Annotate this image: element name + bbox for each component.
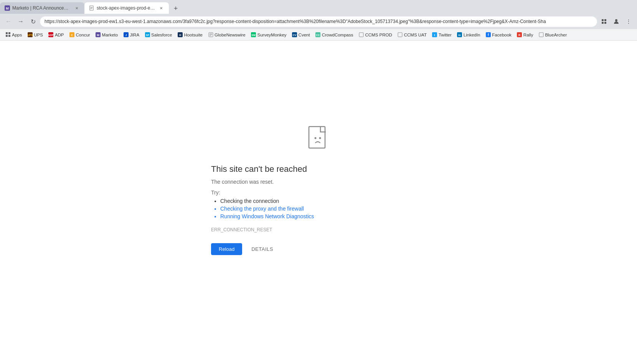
address-input[interactable]: [40, 16, 597, 27]
bookmark-jira-label: JIRA: [130, 33, 139, 37]
forward-button[interactable]: →: [15, 16, 26, 27]
extensions-button[interactable]: [599, 16, 609, 27]
bookmark-bluearcher[interactable]: BlueArcher: [536, 31, 569, 38]
svg-point-10: [615, 19, 617, 21]
bookmark-cvent[interactable]: CV Cvent: [290, 31, 312, 38]
svg-rect-49: [539, 33, 543, 37]
error-suggestions-list: Checking the connection Checking the pro…: [211, 198, 314, 221]
bookmark-globenewswire[interactable]: GlobeNewswire: [206, 31, 248, 38]
suggestion-run-diagnostics[interactable]: Running Windows Network Diagnostics: [220, 213, 314, 219]
marketo-bm-icon: M: [96, 32, 101, 38]
bookmark-linkedin-label: LinkedIn: [464, 33, 480, 37]
bookmark-marketo-label: Marketo: [102, 33, 118, 37]
browser-actions: ⋮: [599, 16, 634, 27]
ccmsuat-icon: [398, 32, 403, 38]
profile-button[interactable]: [611, 16, 622, 27]
bookmark-rally[interactable]: R Rally: [515, 31, 536, 38]
svg-text:M: M: [6, 7, 9, 10]
suggestion-check-connection: Checking the connection: [220, 198, 314, 204]
svg-rect-6: [602, 19, 604, 21]
new-tab-button[interactable]: +: [170, 3, 181, 14]
bookmark-surveymonkey-label: SurveyMonkey: [257, 33, 287, 37]
address-bar-row: ← → ↻ ⋮: [0, 14, 637, 29]
svg-rect-11: [6, 32, 8, 34]
tab-title-stock: stock-apex-images-prod-ew1.s3...: [97, 5, 156, 11]
suggestion-check-proxy[interactable]: Checking the proxy and the firewall: [220, 206, 314, 212]
svg-rect-9: [604, 22, 606, 24]
svg-text:H: H: [179, 34, 181, 36]
bookmark-surveymonkey[interactable]: SM SurveyMonkey: [249, 31, 289, 38]
tab-title-marketo: Marketo | RCA Announcement #...: [12, 5, 71, 11]
linkedin-icon: in: [457, 32, 462, 38]
bookmark-jira[interactable]: J JIRA: [121, 31, 142, 38]
svg-text:in: in: [459, 34, 461, 36]
tab-close-stock[interactable]: ✕: [158, 5, 164, 11]
page-content: This site can't be reached The connectio…: [0, 41, 637, 340]
reload-button[interactable]: Reload: [211, 243, 242, 255]
tab-marketo[interactable]: M Marketo | RCA Announcement #... ✕: [0, 2, 84, 14]
error-sad-icon: [307, 126, 330, 155]
svg-text:CC: CC: [316, 34, 320, 36]
bookmark-ups-label: UPS: [34, 33, 43, 37]
bookmark-salesforce-label: Salesforce: [151, 33, 172, 37]
svg-rect-39: [359, 33, 363, 37]
rally-icon: R: [517, 32, 522, 38]
svg-text:CV: CV: [293, 34, 297, 36]
svg-rect-50: [309, 127, 325, 148]
bookmark-ccmsuat-label: CCMS UAT: [404, 33, 427, 37]
bookmark-cvent-label: Cvent: [299, 33, 310, 37]
menu-button[interactable]: ⋮: [623, 16, 634, 27]
bookmark-crowdcompass-label: CrowdCompass: [322, 33, 353, 37]
bookmark-adp[interactable]: ADP ADP: [46, 31, 66, 38]
ccmsprod-icon: [358, 32, 364, 38]
hootsuite-icon: H: [177, 32, 183, 38]
bookmark-ccmsprod[interactable]: CCMS PROD: [356, 31, 394, 38]
adp-icon: ADP: [48, 32, 54, 38]
bookmark-crowdcompass[interactable]: CC CrowdCompass: [313, 31, 356, 38]
svg-rect-40: [398, 33, 402, 37]
bookmark-salesforce[interactable]: SF Salesforce: [142, 31, 174, 38]
tab-stock-apex[interactable]: stock-apex-images-prod-ew1.s3... ✕: [84, 2, 169, 14]
ups-icon: UPS: [27, 32, 33, 38]
bookmark-linkedin[interactable]: in LinkedIn: [455, 31, 482, 38]
tab-close-marketo[interactable]: ✕: [74, 5, 80, 11]
bookmark-bluearcher-label: BlueArcher: [545, 33, 567, 37]
error-code: ERR_CONNECTION_RESET: [211, 227, 272, 232]
error-description: The connection was reset.: [211, 179, 274, 185]
svg-text:M: M: [97, 33, 99, 37]
concur-icon: C: [69, 32, 75, 38]
bookmark-facebook[interactable]: f Facebook: [483, 31, 514, 38]
svg-rect-7: [604, 19, 606, 21]
error-panel: This site can't be reached The connectio…: [211, 126, 426, 255]
apps-icon: [5, 32, 11, 38]
tab-favicon-stock: [89, 5, 94, 11]
error-try-label: Try:: [211, 189, 220, 196]
bookmark-rally-label: Rally: [523, 33, 533, 37]
bookmarks-bar: Apps UPS UPS ADP ADP: [0, 29, 637, 41]
bookmark-concur[interactable]: C Concur: [67, 31, 92, 38]
svg-text:UPS: UPS: [28, 34, 33, 36]
bookmark-hootsuite[interactable]: H Hootsuite: [175, 31, 205, 38]
bookmark-twitter[interactable]: t Twitter: [430, 31, 454, 38]
svg-text:R: R: [518, 34, 520, 36]
svg-text:ADP: ADP: [48, 34, 53, 36]
globenewswire-icon: [208, 32, 213, 38]
bookmark-hootsuite-label: Hootsuite: [184, 33, 203, 37]
crowdcompass-icon: CC: [315, 32, 321, 38]
back-button[interactable]: ←: [3, 16, 14, 27]
bookmark-ccmsuat[interactable]: CCMS UAT: [395, 31, 429, 38]
bookmark-concur-label: Concur: [76, 33, 90, 37]
details-button[interactable]: DETAILS: [251, 246, 273, 252]
svg-point-52: [319, 137, 321, 139]
surveymonkey-icon: SM: [251, 32, 256, 38]
reload-button[interactable]: ↻: [28, 16, 38, 27]
error-actions: Reload DETAILS: [211, 243, 273, 255]
bookmark-marketo[interactable]: M Marketo: [93, 31, 120, 38]
bookmark-ccmsprod-label: CCMS PROD: [365, 33, 392, 37]
cvent-icon: CV: [292, 32, 297, 38]
bookmark-ups[interactable]: UPS UPS: [25, 31, 45, 38]
svg-text:SF: SF: [146, 34, 150, 36]
bookmark-facebook-label: Facebook: [492, 33, 512, 37]
svg-text:C: C: [71, 34, 73, 36]
bookmark-apps[interactable]: Apps: [3, 31, 24, 38]
